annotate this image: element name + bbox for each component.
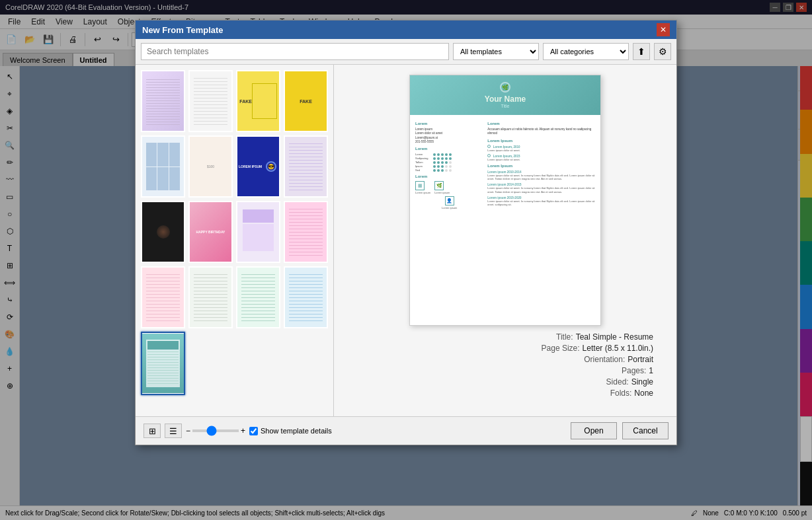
resume-left-col: Lorem Lorem ipsumLorem dolor sit ametLor… bbox=[415, 119, 483, 209]
section-lorem2: Lorem bbox=[415, 147, 483, 151]
skill-2: Sodipscing bbox=[415, 157, 483, 160]
template-thumb-16[interactable] bbox=[284, 266, 328, 328]
sided-label: Sided: bbox=[606, 377, 629, 387]
dialog-bottom: ⊞ ☰ − + Show template details Open Cance… bbox=[136, 416, 676, 445]
orientation-label: Orientation: bbox=[584, 355, 625, 364]
info-sided-row: Sided: Single bbox=[357, 377, 653, 387]
preview-area: 🌿 Your Name Title Lorem Lorem ipsumLorem… bbox=[334, 65, 676, 416]
icon-row: ▦ Lorem ipsum 🌿 Lorem ipsum bbox=[415, 181, 483, 194]
template-thumb-8[interactable] bbox=[284, 135, 328, 198]
folds-value: None bbox=[634, 389, 653, 398]
template-thumb-7[interactable]: LOREM IPSUM 😎 bbox=[236, 135, 280, 198]
dialog-title: New From Template bbox=[142, 25, 223, 35]
exp-entry-1: Lorem Ipsum, 2010 Lorem ipsum dolor sit … bbox=[487, 145, 595, 152]
template-thumb-2[interactable] bbox=[188, 70, 233, 132]
import-btn[interactable]: ⬆ bbox=[633, 43, 650, 60]
template-thumb-9[interactable] bbox=[141, 201, 185, 263]
resume-logo: 🌿 bbox=[500, 82, 510, 93]
template-thumb-14[interactable] bbox=[188, 266, 233, 328]
info-pages-row: Pages: 1 bbox=[357, 366, 653, 375]
info-title-row: Title: Teal Simple - Resume bbox=[357, 332, 653, 342]
resume-title: Title bbox=[415, 104, 595, 108]
info-folds-row: Folds: None bbox=[357, 389, 653, 398]
template-thumb-12[interactable] bbox=[284, 201, 328, 263]
zoom-minus-icon: − bbox=[186, 426, 190, 435]
section-lorem1: Lorem bbox=[415, 122, 483, 126]
view-detail-btn[interactable]: ☰ bbox=[165, 424, 182, 438]
sided-value: Single bbox=[631, 377, 653, 387]
icon-box-3: 👤 bbox=[445, 196, 454, 205]
resume-header: 🌿 Your Name Title bbox=[410, 75, 600, 115]
exp-entry-4: Lorem ipsum 2014-2015 Lorem ipsum dolor … bbox=[487, 182, 595, 193]
dialog-action-buttons: Open Cancel bbox=[571, 422, 669, 439]
section-lorem-ipsum2: Lorem Ipsum bbox=[487, 164, 595, 168]
zoom-slider[interactable] bbox=[192, 429, 239, 432]
section-lorem3: Lorem bbox=[415, 174, 483, 178]
category-filter-select[interactable]: All categories Resume Business Card Flye… bbox=[543, 43, 629, 60]
resume-right-col: Lorem Accusam aliquam ut nobis fakmoto s… bbox=[487, 119, 595, 209]
template-thumb-4[interactable]: FAKE bbox=[284, 70, 328, 132]
cancel-button[interactable]: Cancel bbox=[622, 422, 669, 439]
info-orientation-row: Orientation: Portrait bbox=[357, 355, 653, 364]
skill-3: Tallom bbox=[415, 161, 483, 164]
template-thumb-13[interactable] bbox=[141, 266, 185, 328]
template-thumb-15[interactable] bbox=[236, 266, 280, 328]
modal-overlay: New From Template ✕ All templates My tem… bbox=[0, 0, 812, 520]
new-from-template-dialog: New From Template ✕ All templates My tem… bbox=[135, 20, 677, 445]
template-grid: FAKE FAKE bbox=[136, 65, 334, 416]
show-details-checkbox[interactable] bbox=[249, 427, 258, 435]
section-lorem-ipsum: Lorem Ipsum bbox=[487, 139, 595, 143]
skill-1: Lorem bbox=[415, 153, 483, 156]
view-grid-btn[interactable]: ⊞ bbox=[143, 424, 161, 438]
bottom-left: ⊞ ☰ − + Show template details bbox=[143, 424, 332, 438]
template-preview: 🌿 Your Name Title Lorem Lorem ipsumLorem… bbox=[409, 75, 601, 326]
dialog-titlebar: New From Template ✕ bbox=[136, 20, 676, 39]
resume-name: Your Name bbox=[415, 94, 595, 104]
exp-entry-3: Lorem ipsum 2010-2014 Lorem ipsum dolor … bbox=[487, 170, 595, 180]
section-lorem4: Lorem bbox=[487, 122, 595, 126]
show-details-checkbox-label[interactable]: Show template details bbox=[249, 427, 332, 435]
resume-columns: Lorem Lorem ipsumLorem dolor sit ametLor… bbox=[415, 119, 595, 209]
template-thumb-3[interactable]: FAKE bbox=[236, 70, 280, 132]
title-label: Title: bbox=[556, 332, 573, 342]
skill-4: Ipsum bbox=[415, 165, 483, 168]
icon-box-2: 🌿 bbox=[434, 181, 444, 190]
settings-btn[interactable]: ⚙ bbox=[654, 43, 671, 60]
template-info: Title: Teal Simple - Resume Page Size: L… bbox=[344, 326, 667, 406]
dialog-body: FAKE FAKE bbox=[136, 65, 676, 416]
template-thumb-1[interactable] bbox=[141, 70, 185, 132]
icon-item-3: 👤 Lorem ipsum bbox=[415, 196, 483, 209]
empty-cell bbox=[188, 332, 233, 395]
title-value: Teal Simple - Resume bbox=[576, 332, 653, 342]
icon-box-1: ▦ bbox=[415, 181, 425, 190]
skill-5: Sed bbox=[415, 168, 483, 172]
skills-list: Lorem Sodipscing bbox=[415, 153, 483, 172]
exp-entry-2: Lorem Ipsum, 2015 Lorem ipsum dolor sit … bbox=[487, 154, 595, 161]
template-thumb-17[interactable] bbox=[141, 332, 185, 395]
zoom-plus-icon: + bbox=[241, 426, 245, 435]
icon-item-2: 🌿 Lorem ipsum bbox=[434, 181, 450, 194]
search-input[interactable] bbox=[141, 43, 449, 60]
pages-label: Pages: bbox=[622, 366, 646, 375]
intro-text: Accusam aliquam ut nobis fakmoto sit. Al… bbox=[487, 128, 595, 136]
info-pagesize-row: Page Size: Letter (8.5 x 11.0in.) bbox=[357, 344, 653, 353]
pagesize-value: Letter (8.5 x 11.0in.) bbox=[583, 344, 653, 353]
folds-label: Folds: bbox=[610, 389, 632, 398]
orientation-value: Portrait bbox=[628, 355, 653, 364]
resume-preview-content: 🌿 Your Name Title Lorem Lorem ipsumLorem… bbox=[410, 75, 600, 325]
template-thumb-6[interactable]: $100 bbox=[188, 135, 233, 198]
template-thumb-10[interactable]: HAPPY BIRTHDAY bbox=[188, 201, 233, 263]
template-thumb-11[interactable] bbox=[236, 201, 280, 263]
exp-entry-5: Lorem ipsum 2015-2020 Lorem ipsum dolor … bbox=[487, 196, 595, 206]
template-thumb-5[interactable] bbox=[141, 135, 185, 198]
icon-item-1: ▦ Lorem ipsum bbox=[415, 181, 430, 194]
open-button[interactable]: Open bbox=[571, 422, 617, 439]
zoom-slider-control: − + bbox=[186, 426, 245, 435]
dialog-toolbar: All templates My templates Blank All cat… bbox=[136, 39, 676, 65]
template-filter-select[interactable]: All templates My templates Blank bbox=[453, 43, 539, 60]
show-details-label: Show template details bbox=[261, 427, 332, 435]
pages-value: 1 bbox=[649, 366, 653, 375]
dialog-close-button[interactable]: ✕ bbox=[657, 23, 670, 36]
contact-text: Lorem ipsumLorem dolor sit ametLorem@ips… bbox=[415, 128, 483, 144]
pagesize-label: Page Size: bbox=[542, 344, 580, 353]
